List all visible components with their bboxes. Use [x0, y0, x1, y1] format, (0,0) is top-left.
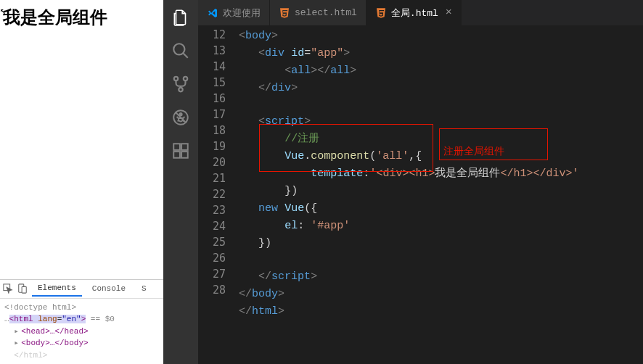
svg-point-5 — [174, 77, 178, 80]
html-icon — [375, 7, 387, 19]
line-gutter: 12 13 14 15 16 17 18 19 20 21 22 23 24 2… — [198, 27, 239, 364]
svg-rect-14 — [181, 144, 188, 150]
devtools-tab-console[interactable]: Console — [86, 281, 131, 296]
svg-point-3 — [173, 44, 184, 54]
editor-tabs: 欢迎使用 select.html 全局.html × — [198, 0, 643, 25]
svg-point-10 — [179, 113, 181, 115]
close-icon[interactable]: × — [446, 7, 452, 19]
source-control-icon[interactable] — [171, 74, 191, 94]
tab-label: 欢迎使用 — [223, 7, 261, 20]
devtools-tab-more[interactable]: S — [136, 281, 152, 296]
tab-welcome[interactable]: 欢迎使用 — [198, 0, 270, 25]
devtools-panel: Elements Console S <!doctype html> …<htm… — [0, 279, 163, 365]
annotation-text: 注册全局组件 — [443, 143, 504, 159]
code-area[interactable]: 12 13 14 15 16 17 18 19 20 21 22 23 24 2… — [198, 25, 643, 364]
extensions-icon[interactable] — [171, 141, 191, 161]
devtools-tab-bar: Elements Console S — [0, 280, 163, 299]
tab-label: 全局.html — [391, 7, 438, 20]
vscode-editor: 欢迎使用 select.html 全局.html × 12 13 14 15 1… — [163, 0, 643, 364]
code-lines[interactable]: <body> <div id="app"> <all></all> </div>… — [239, 27, 643, 364]
devtools-tab-elements[interactable]: Elements — [32, 281, 82, 297]
cursor-icon: ↖ — [0, 4, 6, 17]
svg-rect-11 — [173, 144, 180, 150]
svg-line-4 — [183, 53, 188, 58]
tab-label: select.html — [295, 7, 357, 18]
explorer-icon[interactable] — [171, 7, 191, 28]
device-icon[interactable] — [17, 284, 28, 294]
debug-icon[interactable] — [171, 107, 191, 128]
html-icon — [279, 7, 290, 19]
search-icon[interactable] — [171, 41, 191, 61]
page-heading: 我是全局组件 — [3, 6, 160, 29]
dom-tree[interactable]: <!doctype html> …<html lang="en"> == $0 … — [0, 299, 163, 365]
svg-point-6 — [184, 77, 187, 80]
svg-rect-12 — [173, 152, 180, 158]
inspect-icon[interactable] — [3, 284, 13, 294]
svg-rect-2 — [22, 286, 26, 293]
browser-viewport: 我是全局组件 — [0, 0, 163, 279]
vscode-icon — [207, 7, 218, 19]
tab-select[interactable]: select.html — [270, 0, 366, 25]
activity-bar — [163, 0, 198, 364]
tab-global[interactable]: 全局.html × — [366, 0, 462, 25]
svg-rect-13 — [181, 152, 188, 158]
svg-point-7 — [179, 88, 182, 91]
